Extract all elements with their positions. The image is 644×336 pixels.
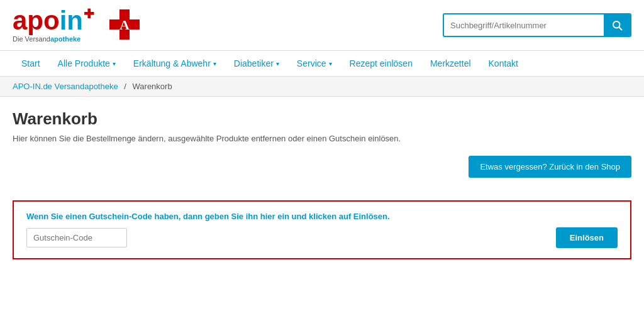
nav-item-erkaltung: Erkältung & Abwehr ▾: [125, 51, 225, 76]
dropdown-arrow-icon: ▾: [213, 60, 216, 67]
nav-link-service[interactable]: Service ▾: [288, 51, 341, 76]
back-to-shop-button[interactable]: Etwas vergessen? Zurück in den Shop: [469, 156, 631, 178]
coupon-row: Einlösen: [26, 227, 618, 248]
page-subtitle: Hier können Sie die Bestellmenge ändern,…: [13, 134, 631, 143]
logo-area: apo in ✚ Die Versandapotheke A: [13, 8, 443, 43]
search-icon: [611, 19, 623, 31]
coupon-right: Einlösen: [127, 227, 618, 248]
logo-subtitle: Die Versandapotheke: [13, 35, 94, 43]
nav-item-merkzettel: Merkzettel: [421, 51, 480, 76]
redeem-button[interactable]: Einlösen: [556, 227, 618, 248]
breadcrumb: APO-IN.de Versandapotheke / Warenkorb: [0, 77, 644, 97]
breadcrumb-home[interactable]: APO-IN.de Versandapotheke: [13, 82, 118, 91]
main-nav: Start Alle Produkte ▾ Erkältung & Abwehr…: [0, 51, 644, 77]
nav-link-alle-produkte[interactable]: Alle Produkte ▾: [49, 51, 125, 76]
dropdown-arrow-icon: ▾: [329, 60, 332, 67]
logo-apo: apo: [13, 8, 60, 34]
breadcrumb-current: Warenkorb: [133, 82, 172, 91]
search-bar: [443, 13, 631, 37]
coupon-input-area: [26, 228, 127, 247]
search-input[interactable]: [444, 16, 604, 35]
coupon-input[interactable]: [26, 228, 127, 247]
nav-item-service: Service ▾: [288, 51, 341, 76]
svg-text:A: A: [119, 17, 130, 33]
nav-link-merkzettel[interactable]: Merkzettel: [421, 51, 480, 76]
logo-subtitle-bold: apotheke: [50, 35, 80, 43]
nav-link-start[interactable]: Start: [13, 51, 49, 76]
pharmacy-icon: A: [108, 8, 141, 43]
search-button[interactable]: [604, 14, 630, 36]
dropdown-arrow-icon: ▾: [276, 60, 279, 67]
dropdown-arrow-icon: ▾: [113, 60, 116, 67]
coupon-hint: Wenn Sie einen Gutschein-Code haben, dan…: [26, 212, 618, 221]
logo-in: in: [60, 8, 83, 34]
nav-item-diabetiker: Diabetiker ▾: [225, 51, 288, 76]
nav-link-rezept[interactable]: Rezept einlösen: [341, 51, 421, 76]
nav-item-start: Start: [13, 51, 49, 76]
nav-link-kontakt[interactable]: Kontakt: [480, 51, 527, 76]
nav-item-rezept: Rezept einlösen: [341, 51, 421, 76]
breadcrumb-separator: /: [124, 82, 126, 91]
nav-list: Start Alle Produkte ▾ Erkältung & Abwehr…: [13, 51, 631, 76]
coupon-box: Wenn Sie einen Gutschein-Code haben, dan…: [13, 200, 631, 259]
nav-link-diabetiker[interactable]: Diabetiker ▾: [225, 51, 288, 76]
svg-point-2: [613, 21, 620, 28]
logo[interactable]: apo in ✚ Die Versandapotheke: [13, 8, 94, 43]
header: apo in ✚ Die Versandapotheke A: [0, 0, 644, 51]
main-content: Warenkorb Hier können Sie die Bestellmen…: [0, 97, 644, 285]
nav-link-erkaltung[interactable]: Erkältung & Abwehr ▾: [125, 51, 225, 76]
nav-item-kontakt: Kontakt: [480, 51, 527, 76]
page-title: Warenkorb: [13, 109, 631, 129]
nav-item-alle-produkte: Alle Produkte ▾: [49, 51, 125, 76]
logo-plus: ✚: [84, 8, 94, 20]
svg-line-3: [619, 28, 622, 30]
top-actions: Etwas vergessen? Zurück in den Shop: [13, 156, 631, 190]
